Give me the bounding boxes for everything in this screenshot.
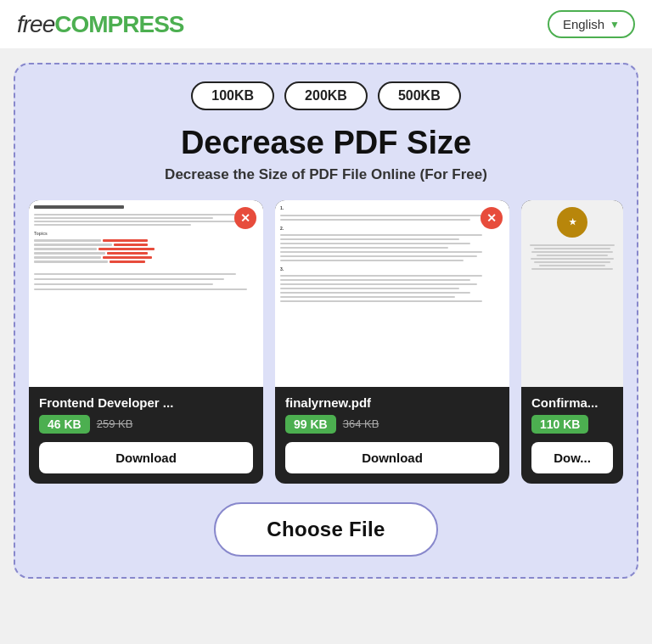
file-card-3: ★ Confirma... 110 KB: [521, 200, 623, 484]
size-500kb-button[interactable]: 500KB: [378, 81, 461, 110]
choose-file-wrapper: Choose File: [29, 502, 623, 557]
card-1-info: Frontend Developer ... 46 KB 259 KB Down…: [29, 387, 263, 484]
dashed-container: 100KB 200KB 500KB Decrease PDF Size Decr…: [14, 63, 638, 579]
download-card-1-button[interactable]: Download: [39, 442, 253, 473]
size-options-row: 100KB 200KB 500KB: [29, 81, 623, 110]
logo: freeCOMPRESS: [17, 11, 184, 38]
card-2-size-new: 99 KB: [285, 415, 336, 434]
card-1-size-old: 259 KB: [97, 417, 133, 430]
chevron-down-icon: ▼: [610, 19, 620, 31]
card-2-info: finalyrnew.pdf 99 KB 364 KB Download: [275, 387, 509, 484]
file-card-1: ✕ Topics: [29, 200, 263, 484]
pdf-preview-2: 1. 2. 3.: [275, 200, 509, 387]
card-3-sizes: 110 KB: [531, 415, 613, 434]
language-label: English: [563, 17, 604, 31]
card-1-filename: Frontend Developer ...: [39, 395, 253, 410]
card-3-info: Confirma... 110 KB Dow...: [521, 387, 623, 484]
size-100kb-button[interactable]: 100KB: [191, 81, 274, 110]
file-cards-row: ✕ Topics: [29, 200, 623, 484]
download-card-3-button[interactable]: Dow...: [531, 442, 613, 473]
card-2-size-old: 364 KB: [343, 417, 379, 430]
language-selector[interactable]: English ▼: [548, 10, 635, 38]
pdf-preview-1: Topics: [29, 200, 263, 387]
logo-compress-text: COMPRESS: [54, 11, 183, 37]
page-title: Decrease PDF Size: [29, 126, 623, 161]
close-card-2-button[interactable]: ✕: [481, 207, 503, 229]
card-3-filename: Confirma...: [531, 395, 613, 410]
doc3-emblem: ★: [557, 207, 587, 238]
card-1-preview: ✕ Topics: [29, 200, 263, 387]
size-200kb-button[interactable]: 200KB: [284, 81, 368, 110]
card-3-preview: ★: [521, 200, 623, 387]
card-2-preview: ✕ 1. 2. 3.: [275, 200, 509, 387]
card-3-size-new: 110 KB: [531, 415, 588, 434]
file-card-2: ✕ 1. 2. 3.: [275, 200, 509, 484]
logo-free-text: free: [17, 11, 54, 37]
header: freeCOMPRESS English ▼: [0, 0, 652, 49]
pdf-preview-3: ★: [521, 200, 623, 387]
main-content: 100KB 200KB 500KB Decrease PDF Size Decr…: [0, 49, 652, 592]
close-card-1-button[interactable]: ✕: [234, 207, 256, 229]
card-2-sizes: 99 KB 364 KB: [285, 415, 499, 434]
page-subtitle: Decrease the Size of PDF File Online (Fo…: [29, 166, 623, 183]
card-1-size-new: 46 KB: [39, 415, 90, 434]
download-card-2-button[interactable]: Download: [285, 442, 499, 473]
choose-file-button[interactable]: Choose File: [214, 502, 437, 557]
card-2-filename: finalyrnew.pdf: [285, 395, 499, 410]
card-1-sizes: 46 KB 259 KB: [39, 415, 253, 434]
